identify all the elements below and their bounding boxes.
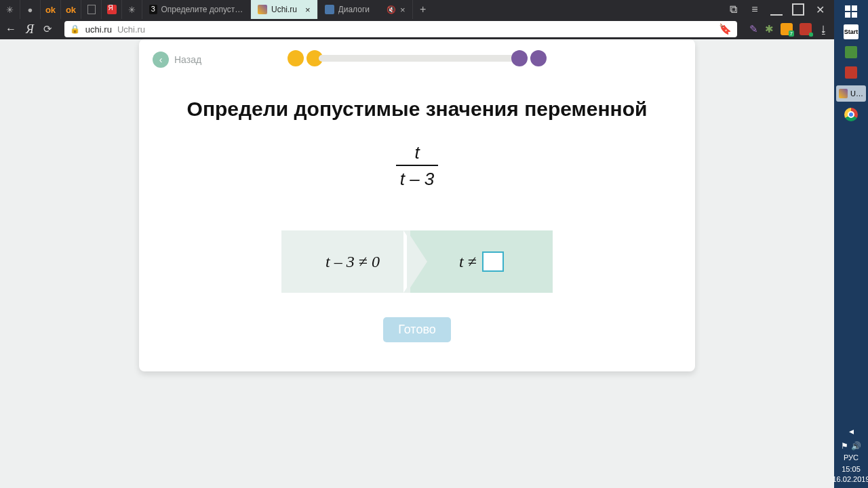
step-condition-expr: t – 3 ≠ 0 <box>326 253 380 271</box>
back-button[interactable]: ‹ Назад <box>153 52 201 68</box>
step-condition: t – 3 ≠ 0 <box>281 230 424 293</box>
progress-dot <box>511 50 528 66</box>
tab-pinned-doc[interactable] <box>81 0 102 19</box>
close-tab-icon[interactable]: × <box>305 5 311 15</box>
extension-feather-icon[interactable]: ✎ <box>749 23 758 35</box>
uchi-icon <box>839 89 848 98</box>
page-viewport: ‹ Назад Определи допустимые значения пер… <box>0 39 834 488</box>
tray-volume-icon[interactable]: 🔊 <box>851 441 861 451</box>
znanija-icon: З <box>149 5 157 14</box>
fraction-numerator: t <box>410 142 423 165</box>
start-button[interactable] <box>844 4 859 19</box>
taskbar-app-red[interactable] <box>844 65 859 80</box>
tab-label: Определите допустимые з <box>161 5 244 14</box>
bookmark-icon[interactable]: 🔖 <box>719 23 732 35</box>
extensions-icon[interactable]: ⧉ <box>727 3 739 16</box>
progress-dot <box>530 50 547 66</box>
url-domain: uchi.ru <box>85 24 112 35</box>
tab-uchi-active[interactable]: Uchi.ru × <box>251 0 318 19</box>
reload-icon[interactable]: ⟳ <box>43 23 52 35</box>
vk-icon <box>325 5 334 14</box>
exercise-card: ‹ Назад Определи допустимые значения пер… <box>139 39 695 371</box>
tab-pinned-3[interactable]: ✳ <box>122 0 142 19</box>
step-answer-prefix: t ≠ <box>459 253 477 271</box>
tray-expand-icon[interactable]: ◂ <box>844 424 859 439</box>
step-panel: t – 3 ≠ 0 t ≠ <box>281 230 553 293</box>
new-tab-button[interactable]: + <box>413 0 433 19</box>
mute-icon[interactable]: 🔇 <box>387 5 396 14</box>
lock-icon: 🔒 <box>70 24 80 34</box>
windows-taskbar: Start U… ◂ ⚑ 🔊 РУС 15:05 16.02.2019 <box>834 0 868 488</box>
tab-pinned-2[interactable]: ● <box>20 0 41 19</box>
tab-dialogs[interactable]: Диалоги 🔇 × <box>318 0 413 19</box>
yandex-home-icon[interactable]: Я <box>26 22 34 37</box>
browser-tabstrip: ✳ ● ok ok ✳ З Определите допустимые з Uc… <box>0 0 834 19</box>
extension-atom-icon[interactable]: ✱ <box>765 23 774 35</box>
address-input[interactable]: 🔒 uchi.ru Uchi.ru 🔖 <box>64 21 737 37</box>
back-chevron-icon: ‹ <box>153 52 169 68</box>
uchi-icon <box>258 5 267 14</box>
step-answer: t ≠ <box>410 230 553 293</box>
tab-pinned-yandex[interactable] <box>102 0 122 19</box>
close-window-icon[interactable]: ✕ <box>814 3 826 16</box>
extension-badge-7-icon[interactable] <box>781 23 793 35</box>
menu-icon[interactable]: ≡ <box>749 3 761 16</box>
progress-bar <box>319 55 515 62</box>
tab-label: Uchi.ru <box>271 5 297 14</box>
progress-dot <box>288 50 304 66</box>
exercise-heading: Определи допустимые значения переменной <box>153 98 682 121</box>
tab-pinned-ok-2[interactable]: ok <box>61 0 81 19</box>
taskbar-chrome[interactable] <box>844 107 859 122</box>
taskbar-app-start[interactable]: Start <box>844 24 859 39</box>
extension-red-icon[interactable] <box>800 23 812 35</box>
maximize-window-icon[interactable] <box>792 3 804 16</box>
fraction-denominator: t – 3 <box>396 165 439 190</box>
tab-label: Диалоги <box>338 5 370 14</box>
taskbar-app-pictures[interactable] <box>844 45 859 60</box>
keyboard-language[interactable]: РУС <box>844 453 859 462</box>
tab-znanija[interactable]: З Определите допустимые з <box>142 0 251 19</box>
downloads-icon[interactable]: ⭳ <box>818 24 829 35</box>
tab-pinned-ok-1[interactable]: ok <box>41 0 61 19</box>
progress-indicator <box>288 50 547 66</box>
taskbar-active-window[interactable]: U… <box>836 85 866 102</box>
tray-flag-icon[interactable]: ⚑ <box>841 441 848 451</box>
system-clock[interactable]: 15:05 16.02.2019 <box>832 464 868 484</box>
close-tab-icon[interactable]: × <box>400 5 406 15</box>
tab-pinned-1[interactable]: ✳ <box>0 0 20 19</box>
url-path: Uchi.ru <box>117 24 145 35</box>
back-nav-icon[interactable]: ← <box>5 23 16 35</box>
answer-input[interactable] <box>482 251 504 272</box>
taskbar-label: U… <box>850 89 863 98</box>
minimize-window-icon[interactable] <box>770 3 783 16</box>
done-button[interactable]: Готово <box>383 317 451 342</box>
fraction-display: t t – 3 <box>396 142 439 190</box>
browser-addressbar: ← Я ⟳ 🔒 uchi.ru Uchi.ru 🔖 ✎ ✱ ⭳ <box>0 19 834 39</box>
back-label: Назад <box>174 54 201 65</box>
